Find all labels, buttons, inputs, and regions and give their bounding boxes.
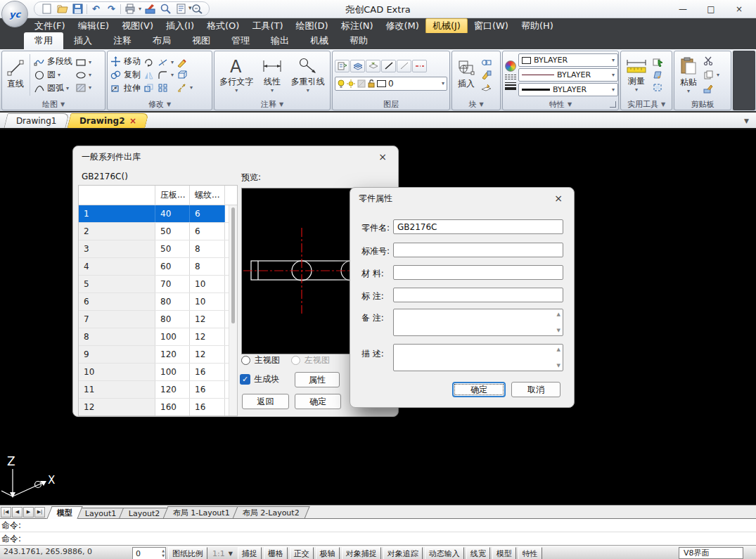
command-area[interactable]: 命令:命令: [0,518,756,545]
linetype-dropdown-icon[interactable]: ▾ [612,72,615,78]
dialog-close-icon[interactable]: × [376,151,390,162]
panel-expand-icon[interactable]: ▼ [60,101,65,108]
insert-block-button[interactable]: 插入 [454,59,478,91]
panel-expand-icon[interactable]: ▼ [167,101,171,108]
panel-expand-icon[interactable]: ▼ [661,101,665,108]
back-button[interactable]: 返回 [242,394,289,409]
ribbon-tab[interactable]: 视图 [181,32,221,49]
scroll-up-icon[interactable]: ▲ [557,347,560,352]
array-icon-button[interactable] [157,82,169,94]
material-input[interactable] [393,265,563,280]
panel-annotate-label[interactable]: 注释▼ [214,98,330,110]
status-toggle-button[interactable]: 捕捉 [238,547,262,559]
close-button[interactable]: × [725,0,753,18]
table-row[interactable]: 7 80 12 [79,311,237,328]
cancel-button[interactable]: 取消 [511,382,560,397]
create-block-icon-button[interactable] [480,57,492,68]
standard-no-input[interactable] [393,243,563,257]
prev-layout-button[interactable]: ◀ [12,507,23,518]
menu-item[interactable]: 帮助(H) [515,19,560,33]
polyline-button[interactable]: 多段线 [33,56,72,68]
dialog-close-icon[interactable]: × [551,193,565,204]
erase-icon-button[interactable] [176,57,188,68]
app-logo[interactable]: yc [1,1,28,27]
maximize-button[interactable]: □ [697,0,725,18]
edit-attribute-icon-button[interactable] [480,70,492,81]
ribbon-tab[interactable]: 常用 [24,32,63,49]
linetype-select[interactable]: BYLAYER▾ [518,68,618,82]
fillet-icon-button[interactable] [157,70,169,81]
panel-block-label[interactable]: 块▼ [452,98,500,110]
layout-tab[interactable]: Layout2 [119,508,170,519]
table-row[interactable]: 6 80 10 [79,293,237,311]
rotate-icon-button[interactable] [143,57,155,68]
3d-rotate-icon-button[interactable] [176,70,188,81]
panel-expand-icon[interactable]: ▼ [279,101,283,108]
table-row[interactable]: 5 70 10 [79,276,237,293]
table-row[interactable]: 12 160 16 [79,399,237,416]
scale-ratio-select[interactable]: 1:1▼ [210,547,236,559]
status-toggle-button[interactable]: 对象追踪 [383,547,423,559]
menu-item[interactable]: 机械(J) [425,18,468,34]
layer-color-swatch[interactable] [377,80,386,87]
mark-input[interactable] [393,288,563,302]
quick-select-icon-button[interactable] [652,57,664,68]
layout-tab[interactable]: 模型 [46,506,82,519]
scale-icon-button[interactable] [143,82,155,94]
lineweight-select[interactable]: BYLAYER▾ [518,83,618,96]
mleader-button[interactable]: 多重引线▾ [288,57,328,93]
scroll-up-icon[interactable]: ▲ [557,311,560,317]
scale-spinner[interactable]: 0▲▼ [132,547,166,559]
unlock-icon[interactable] [368,79,375,88]
header-cell[interactable]: 螺纹... [190,186,225,205]
trim-icon-button[interactable] [157,57,169,68]
mleader-dropdown-icon[interactable]: ▾ [307,89,309,92]
menu-item[interactable]: 插入(I) [160,19,200,33]
match-properties-icon-button[interactable] [703,84,715,95]
status-toggle-button[interactable]: 对象捕捉 [342,547,381,559]
panel-layers-label[interactable]: 图层 [333,98,449,110]
tab-overflow-icon[interactable]: ▼ [744,117,749,124]
ribbon-tab[interactable]: 注释 [103,32,142,49]
menu-item[interactable]: 工具(T) [245,19,289,33]
ellipse-dropdown-icon[interactable]: ▾ [89,72,91,78]
next-layout-button[interactable]: ▶ [23,507,34,518]
layout-tab[interactable]: 布局 1-Layout1 [162,506,240,519]
table-row[interactable]: 8 100 12 [79,328,237,346]
line-button[interactable]: 直线 [4,59,27,91]
color-wheel-icon[interactable] [505,60,516,72]
menu-item[interactable]: 标注(N) [335,19,380,33]
sun-icon[interactable] [347,79,355,88]
table-row[interactable]: 11 120 16 [79,381,237,399]
layer-isolate-button[interactable] [366,60,380,72]
circle-button[interactable]: 圆▾ [33,69,72,81]
command-line[interactable]: 命令: [0,532,756,546]
mirror-icon-button[interactable] [143,70,155,81]
lineweight-dropdown-icon[interactable]: ▾ [612,86,615,93]
bulb-on-icon[interactable] [338,79,345,88]
minimize-button[interactable]: — [669,0,697,18]
linetype-list-icon[interactable] [505,75,516,79]
mtext-dropdown-icon[interactable]: ▾ [235,89,238,92]
lineweight-list-icon[interactable] [505,82,516,90]
menu-item[interactable]: 窗口(W) [468,19,515,33]
status-toggle-button[interactable]: 线宽 [466,547,490,559]
arc-button[interactable]: 圆弧▾ [33,82,72,94]
hatch-dropdown-icon[interactable]: ▾ [89,84,91,91]
ribbon-tab[interactable]: 管理 [221,32,260,49]
dialog-title-bar[interactable]: 零件属性 × [350,188,574,209]
panel-utils-label[interactable]: 实用工具▼ [621,98,672,110]
layer-states-button[interactable] [350,60,365,72]
table-row[interactable]: 3 50 8 [79,240,237,258]
ellipse-button[interactable]: ▾ [75,70,91,81]
table-row[interactable]: 1 40 6 [79,205,237,223]
rectangle-dropdown-icon[interactable]: ▾ [89,59,91,65]
color-dropdown-icon[interactable]: ▾ [612,57,615,63]
panel-expand-icon[interactable]: ▼ [479,101,483,108]
make-object-layer-button[interactable] [381,60,396,72]
linear-dim-button[interactable]: 线性▾ [259,57,286,93]
rectangle-button[interactable]: ▾ [75,57,91,68]
layer-properties-button[interactable] [335,60,350,72]
menu-item[interactable]: 视图(V) [115,19,160,33]
scrollbar-thumb[interactable] [231,207,235,323]
